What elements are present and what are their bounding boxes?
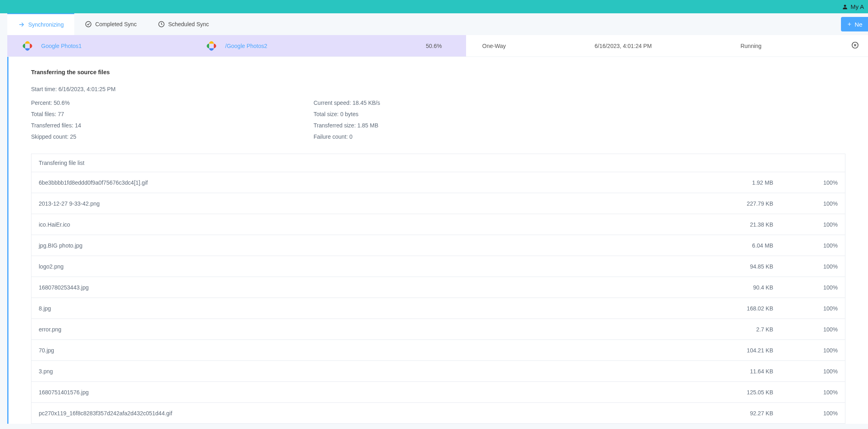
task-source-label: Google Photos1 xyxy=(41,43,82,49)
file-name: 8.jpg xyxy=(39,305,705,312)
file-size: 90.4 KB xyxy=(705,284,789,291)
file-row: 70.jpg104.21 KB100% xyxy=(31,340,845,361)
file-progress: 100% xyxy=(789,179,838,186)
transferred-size-row: Transferred size: 1.85 MB xyxy=(314,122,845,129)
file-size: 227.79 KB xyxy=(705,200,789,207)
file-row: ico.HaiEr.ico21.38 KB100% xyxy=(31,214,845,235)
file-size: 125.05 KB xyxy=(705,389,789,396)
failure-label: Failure count: xyxy=(314,133,349,140)
file-name: 2013-12-27 9-33-42.png xyxy=(39,200,705,207)
percent-row: Percent: 50.6% xyxy=(31,100,314,106)
transferred-files-value: 14 xyxy=(75,122,81,129)
file-name: 1680780253443.jpg xyxy=(39,284,705,291)
file-progress: 100% xyxy=(789,347,838,354)
task-mode: One-Way xyxy=(482,43,506,49)
file-size: 92.27 KB xyxy=(705,410,789,417)
file-size: 104.21 KB xyxy=(705,347,789,354)
new-sync-label: Ne xyxy=(855,21,862,28)
file-progress: 100% xyxy=(789,368,838,375)
total-size-row: Total size: 0 bytes xyxy=(314,111,845,117)
file-row: logo2.png94.85 KB100% xyxy=(31,256,845,277)
file-row: 2013-12-27 9-33-42.png227.79 KB100% xyxy=(31,193,845,214)
skipped-label: Skipped count: xyxy=(31,133,70,140)
file-name: 6be3bbbb1fd8eddd0f9a0f75676c3dc4[1].gif xyxy=(39,179,705,186)
file-row: error.png2.7 KB100% xyxy=(31,319,845,340)
file-progress: 100% xyxy=(789,242,838,249)
file-progress: 100% xyxy=(789,410,838,417)
file-name: jpg.BIG photo.jpg xyxy=(39,242,705,249)
sync-task-row[interactable]: Google Photos1 /Google Photos2 50.6% One… xyxy=(7,35,868,57)
file-row: pc270x119_16f8c8283f357d242afa2d432c051d… xyxy=(31,403,845,424)
file-name: ico.HaiEr.ico xyxy=(39,221,705,228)
current-speed-value: 18.45 KB/s xyxy=(353,100,381,106)
tab-bar: Synchronizing Completed Sync Scheduled S… xyxy=(7,13,868,35)
task-status: Running xyxy=(740,43,761,49)
google-photos-icon xyxy=(19,40,36,52)
file-row: 1680780253443.jpg90.4 KB100% xyxy=(31,277,845,298)
file-progress: 100% xyxy=(789,389,838,396)
file-size: 11.64 KB xyxy=(705,368,789,375)
file-row: 6be3bbbb1fd8eddd0f9a0f75676c3dc4[1].gif1… xyxy=(31,172,845,193)
start-time-label: Start time: xyxy=(31,86,59,92)
skipped-row: Skipped count: 25 xyxy=(31,133,314,140)
percent-label: Percent: xyxy=(31,100,54,106)
close-icon xyxy=(851,41,859,50)
top-bar: My A xyxy=(0,0,868,13)
account-menu[interactable]: My A xyxy=(842,3,864,10)
task-details-panel: Transferring the source files Start time… xyxy=(7,57,868,424)
total-size-label: Total size: xyxy=(314,111,340,117)
file-size: 6.04 MB xyxy=(705,242,789,249)
current-speed-label: Current speed: xyxy=(314,100,353,106)
user-icon xyxy=(842,4,848,10)
file-size: 168.02 KB xyxy=(705,305,789,312)
file-progress: 100% xyxy=(789,221,838,228)
task-percent: 50.6% xyxy=(426,43,466,49)
file-size: 94.85 KB xyxy=(705,263,789,270)
plus-icon xyxy=(847,21,852,27)
start-time-value: 6/16/2023, 4:01:25 PM xyxy=(59,86,116,92)
file-progress: 100% xyxy=(789,305,838,312)
tab-completed[interactable]: Completed Sync xyxy=(74,13,147,35)
new-sync-button[interactable]: Ne xyxy=(841,17,868,31)
tab-scheduled-label: Scheduled Sync xyxy=(168,21,209,27)
tab-completed-label: Completed Sync xyxy=(95,21,137,27)
file-name: error.png xyxy=(39,326,705,333)
file-progress: 100% xyxy=(789,200,838,207)
task-dest-label: /Google Photos2 xyxy=(225,43,267,49)
check-icon xyxy=(85,21,92,28)
google-photos-icon xyxy=(203,40,220,52)
file-row: 8.jpg168.02 KB100% xyxy=(31,298,845,319)
file-row: 3.png11.64 KB100% xyxy=(31,361,845,382)
start-time-row: Start time: 6/16/2023, 4:01:25 PM xyxy=(31,86,845,92)
failure-value: 0 xyxy=(349,133,353,140)
file-list-table: Transfering file list 6be3bbbb1fd8eddd0f… xyxy=(31,154,845,424)
file-size: 2.7 KB xyxy=(705,326,789,333)
file-progress: 100% xyxy=(789,284,838,291)
file-progress: 100% xyxy=(789,326,838,333)
current-speed-row: Current speed: 18.45 KB/s xyxy=(314,100,845,106)
file-name: pc270x119_16f8c8283f357d242afa2d432c051d… xyxy=(39,410,705,417)
file-row: 1680751401576.jpg125.05 KB100% xyxy=(31,382,845,403)
file-size: 21.38 KB xyxy=(705,221,789,228)
transferred-size-label: Transferred size: xyxy=(314,122,357,129)
task-datetime: 6/16/2023, 4:01:24 PM xyxy=(594,43,652,49)
file-size: 1.92 MB xyxy=(705,179,789,186)
total-size-value: 0 bytes xyxy=(340,111,358,117)
total-files-label: Total files: xyxy=(31,111,58,117)
transferred-size-value: 1.85 MB xyxy=(357,122,378,129)
sync-icon xyxy=(18,21,25,28)
failure-row: Failure count: 0 xyxy=(314,133,845,140)
total-files-row: Total files: 77 xyxy=(31,111,314,117)
account-label: My A xyxy=(851,3,864,10)
tab-scheduled[interactable]: Scheduled Sync xyxy=(147,13,220,35)
file-progress: 100% xyxy=(789,263,838,270)
transferred-files-label: Transferred files: xyxy=(31,122,75,129)
details-title: Transferring the source files xyxy=(31,69,845,75)
total-files-value: 77 xyxy=(58,111,64,117)
file-list-header: Transfering file list xyxy=(31,154,845,172)
tab-synchronizing-label: Synchronizing xyxy=(28,21,64,28)
cancel-task-button[interactable] xyxy=(850,41,860,51)
clock-icon xyxy=(158,21,165,28)
file-name: 70.jpg xyxy=(39,347,705,354)
tab-synchronizing[interactable]: Synchronizing xyxy=(7,13,74,35)
